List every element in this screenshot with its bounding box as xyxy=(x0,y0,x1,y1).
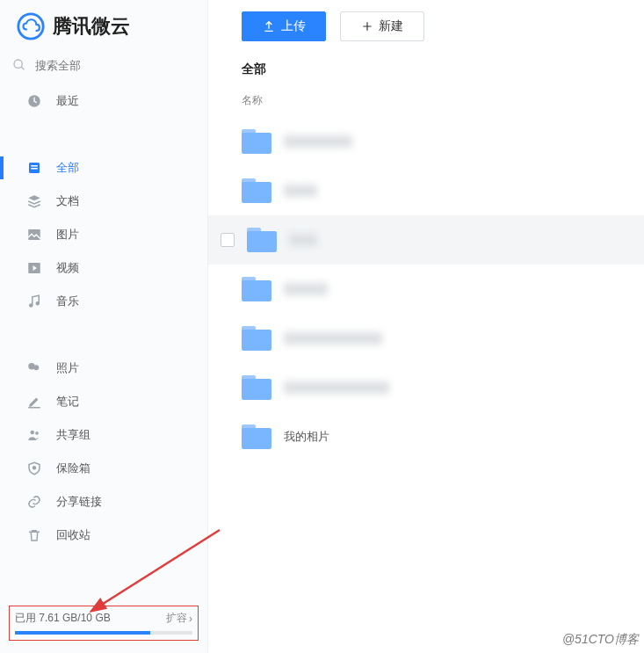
image-icon xyxy=(26,227,42,243)
stack-icon xyxy=(26,193,42,209)
sidebar-item-label: 视频 xyxy=(56,260,79,276)
file-name: 我的相片 xyxy=(284,429,329,445)
svg-point-12 xyxy=(33,365,39,370)
svg-rect-5 xyxy=(31,165,38,167)
sidebar-item-note[interactable]: 笔记 xyxy=(0,385,207,418)
brand-logo: 腾讯微云 xyxy=(0,0,207,53)
sidebar-item-label: 保险箱 xyxy=(56,461,90,476)
file-table: 我的相片 xyxy=(208,117,644,461)
row-checkbox[interactable] xyxy=(221,233,235,247)
sidebar-item-share-link[interactable]: 分享链接 xyxy=(0,485,207,519)
group-icon xyxy=(26,427,42,443)
table-row[interactable]: 我的相片 xyxy=(208,412,644,461)
column-header-name: 名称 xyxy=(242,93,644,108)
brand-name: 腾讯微云 xyxy=(53,13,130,40)
nav-separator xyxy=(0,318,207,352)
storage-status: 已用 7.61 GB/10 GB 扩容 › xyxy=(9,606,199,641)
sidebar-item-label: 照片 xyxy=(56,360,79,376)
sidebar-item-recent[interactable]: 最近 xyxy=(0,84,207,118)
folder-icon xyxy=(247,228,277,252)
svg-point-9 xyxy=(30,304,33,307)
table-row[interactable] xyxy=(208,166,644,215)
file-name xyxy=(284,381,389,394)
sidebar-item-share-group[interactable]: 共享组 xyxy=(0,418,207,452)
music-icon xyxy=(26,294,42,309)
upload-button[interactable]: 上传 xyxy=(242,11,326,41)
svg-point-14 xyxy=(31,431,35,435)
upload-icon xyxy=(262,19,276,33)
sidebar-item-docs[interactable]: 文档 xyxy=(0,185,207,218)
folder-icon xyxy=(242,326,271,351)
sidebar-item-label: 图片 xyxy=(56,227,79,243)
storage-bar xyxy=(15,631,192,635)
nav-separator xyxy=(0,118,207,151)
svg-point-16 xyxy=(33,467,36,469)
folder-icon xyxy=(242,424,271,449)
sidebar-item-pics[interactable]: 图片 xyxy=(0,218,207,251)
svg-rect-6 xyxy=(31,168,38,170)
sidebar-item-music[interactable]: 音乐 xyxy=(0,285,207,318)
search-icon xyxy=(12,58,26,72)
search-field[interactable] xyxy=(12,58,195,72)
svg-point-10 xyxy=(36,302,39,305)
balloon-icon xyxy=(26,360,42,376)
sidebar-item-label: 笔记 xyxy=(56,394,79,410)
svg-line-2 xyxy=(21,67,24,69)
expand-storage-link[interactable]: 扩容 › xyxy=(166,611,192,626)
file-name xyxy=(289,234,317,246)
sidebar-item-video[interactable]: 视频 xyxy=(0,251,207,285)
sidebar-item-label: 文档 xyxy=(56,193,79,209)
file-name xyxy=(284,185,317,197)
folder-icon xyxy=(242,178,271,203)
sidebar-item-label: 分享链接 xyxy=(56,494,102,510)
sidebar-item-label: 最近 xyxy=(56,93,79,109)
folder-icon xyxy=(242,277,271,301)
table-row[interactable] xyxy=(208,215,644,265)
file-name xyxy=(284,332,382,345)
plus-icon xyxy=(361,20,373,33)
sidebar-item-label: 共享组 xyxy=(56,427,90,443)
sidebar-item-label: 音乐 xyxy=(56,294,79,309)
shield-icon xyxy=(26,461,42,476)
table-row[interactable] xyxy=(208,265,644,314)
svg-point-1 xyxy=(14,60,22,68)
list-title: 全部 xyxy=(242,62,644,77)
create-button[interactable]: 新建 xyxy=(340,11,424,41)
sidebar-item-photo[interactable]: 照片 xyxy=(0,352,207,385)
sidebar-item-recycle[interactable]: 回收站 xyxy=(0,519,207,552)
file-name xyxy=(284,135,352,148)
link-icon xyxy=(26,494,42,510)
folder-icon xyxy=(242,375,271,400)
pen-icon xyxy=(26,394,42,410)
search-input[interactable] xyxy=(35,59,195,72)
table-row[interactable] xyxy=(208,363,644,412)
sidebar-item-label: 全部 xyxy=(56,160,79,176)
storage-text: 已用 7.61 GB/10 GB xyxy=(15,611,111,626)
sidebar-item-label: 回收站 xyxy=(56,527,90,543)
clock-icon xyxy=(26,93,42,109)
sidebar-item-all[interactable]: 全部 xyxy=(0,151,207,185)
svg-point-15 xyxy=(35,432,39,435)
play-icon xyxy=(26,260,42,276)
files-icon xyxy=(26,160,42,176)
file-name xyxy=(284,283,328,295)
watermark: @51CTO博客 xyxy=(562,632,639,648)
trash-icon xyxy=(26,527,42,543)
sidebar-item-safebox[interactable]: 保险箱 xyxy=(0,452,207,485)
cloud-icon xyxy=(16,11,46,41)
folder-icon xyxy=(242,129,271,154)
table-row[interactable] xyxy=(208,314,644,363)
table-row[interactable] xyxy=(208,117,644,166)
storage-bar-fill xyxy=(15,631,150,635)
chevron-right-icon: › xyxy=(189,613,192,625)
